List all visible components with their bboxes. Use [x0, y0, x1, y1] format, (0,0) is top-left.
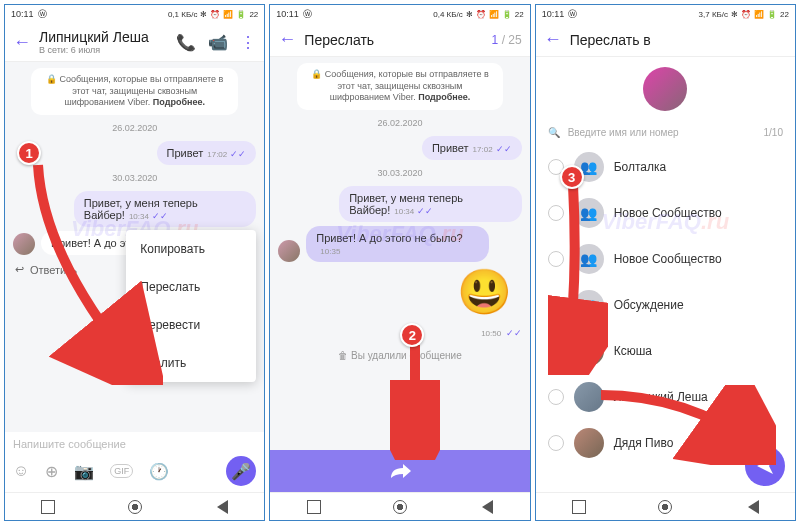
selection-counter: 1/10 [764, 127, 783, 138]
group-icon: 👥 [574, 244, 604, 274]
menu-copy[interactable]: Копировать [126, 230, 256, 268]
reply-icon: ↩ [15, 263, 24, 276]
status-bar: 10:11ⓦ 3,7 КБ/с✻⏰📶🔋22 [536, 5, 795, 23]
status-bar: 10:11ⓦ 0,4 КБ/с✻⏰📶🔋22 [270, 5, 529, 23]
chat-body: ViberFAQ.ru 🔒 Сообщения, которые вы отпр… [270, 57, 529, 450]
plus-icon[interactable]: ⊕ [45, 462, 58, 481]
gif-icon[interactable]: GIF [110, 464, 133, 478]
date-sep: 30.03.2020 [13, 173, 256, 183]
last-seen: В сети: 6 июля [39, 45, 168, 55]
nav-home[interactable] [658, 500, 672, 514]
avatar [574, 428, 604, 458]
nav-home[interactable] [393, 500, 407, 514]
back-icon[interactable]: ← [278, 29, 296, 50]
video-icon[interactable]: 📹 [208, 33, 228, 52]
contact-name[interactable]: Липницкий Леша [39, 29, 168, 45]
forward-header: ← Переслать 1 / 25 [270, 23, 529, 57]
deleted-notice: 🗑 Вы удалили сообщение [278, 344, 521, 367]
status-bar: 10:11ⓦ 0,1 КБ/с✻⏰📶🔋22 [5, 5, 264, 23]
date-sep: 26.02.2020 [13, 123, 256, 133]
message-selected[interactable]: Привет! А до этого не было?10:35 [278, 226, 521, 262]
back-icon[interactable]: ← [544, 29, 562, 50]
camera-icon[interactable]: 📷 [74, 462, 94, 481]
date-sep: 26.02.2020 [278, 118, 521, 128]
send-button[interactable] [745, 446, 785, 486]
e2e-notice[interactable]: 🔒 Сообщения, которые вы отправляете в эт… [31, 68, 238, 115]
selection-count: 1 / 25 [492, 33, 522, 47]
input-bar: Напишите сообщение [5, 432, 264, 456]
message-out[interactable]: Привет, у меня теперь Вайбер!10:34 ✓✓ [13, 191, 256, 227]
nav-bar [536, 492, 795, 520]
nav-back[interactable] [745, 500, 759, 514]
chat-header: ← Липницкий Леша В сети: 6 июля 📞 📹 ⋮ [5, 23, 264, 62]
forward-icon [389, 462, 411, 480]
contacts-body: ViberFAQ.ru 🔍 Введите имя или номер 1/10… [536, 57, 795, 492]
radio[interactable] [548, 435, 564, 451]
call-icon[interactable]: 📞 [176, 33, 196, 52]
header-title: Переслать [304, 32, 483, 48]
group-icon: 👥 [574, 198, 604, 228]
nav-bar [270, 492, 529, 520]
back-icon[interactable]: ← [13, 32, 31, 53]
avatar [574, 336, 604, 366]
contact-item[interactable]: 👥Новое Сообщество [536, 236, 795, 282]
group-icon: 👥 [574, 290, 604, 320]
avatar [278, 240, 300, 262]
date-sep: 30.03.2020 [278, 168, 521, 178]
send-icon [755, 456, 775, 476]
menu-delete[interactable]: Удалить [126, 344, 256, 382]
search-row[interactable]: 🔍 Введите имя или номер 1/10 [536, 121, 795, 144]
step-badge-1: 1 [17, 141, 41, 165]
message-out[interactable]: Привет17:02 ✓✓ [278, 136, 521, 160]
search-icon: 🔍 [548, 127, 560, 138]
nav-back[interactable] [479, 500, 493, 514]
step-badge-3: 3 [560, 165, 584, 189]
selected-avatar[interactable] [643, 67, 687, 111]
header-title: Переслать в [570, 32, 787, 48]
contact-item-selected[interactable]: ✓Ксюша [536, 328, 795, 374]
radio[interactable] [548, 297, 564, 313]
mic-button[interactable]: 🎤 [226, 456, 256, 486]
message-out[interactable]: Привет, у меня теперь Вайбер!10:34 ✓✓ [278, 186, 521, 222]
contact-item[interactable]: Липницкий Леша [536, 374, 795, 420]
avatar[interactable] [13, 233, 35, 255]
screen-forward-select: 10:11ⓦ 0,4 КБ/с✻⏰📶🔋22 ← Переслать 1 / 25… [269, 4, 530, 521]
context-menu: Копировать Переслать Перевести Удалить [126, 230, 256, 382]
nav-recent[interactable] [572, 500, 586, 514]
more-icon[interactable]: ⋮ [240, 33, 256, 52]
screen-forward-to: 10:11ⓦ 3,7 КБ/с✻⏰📶🔋22 ← Переслать в Vibe… [535, 4, 796, 521]
chat-body: ViberFAQ.ru 🔒 Сообщения, которые вы отпр… [5, 62, 264, 432]
nav-recent[interactable] [307, 500, 321, 514]
clock: 10:11 [11, 9, 34, 19]
nav-recent[interactable] [41, 500, 55, 514]
forward-to-header: ← Переслать в [536, 23, 795, 57]
avatar [574, 382, 604, 412]
screen-chat: 10:11ⓦ 0,1 КБ/с✻⏰📶🔋22 ← Липницкий Леша В… [4, 4, 265, 521]
message-input[interactable]: Напишите сообщение [13, 438, 256, 450]
clock-icon[interactable]: 🕐 [149, 462, 169, 481]
message-out[interactable]: Привет17:02 ✓✓ [13, 141, 256, 165]
radio-checked[interactable]: ✓ [548, 343, 564, 359]
nav-bar [5, 492, 264, 520]
nav-home[interactable] [128, 500, 142, 514]
radio[interactable] [548, 251, 564, 267]
radio[interactable] [548, 205, 564, 221]
menu-forward[interactable]: Переслать [126, 268, 256, 306]
search-input[interactable]: Введите имя или номер [568, 127, 679, 138]
contact-item[interactable]: 👥Новое Сообщество [536, 190, 795, 236]
radio[interactable] [548, 389, 564, 405]
e2e-notice: 🔒 Сообщения, которые вы отправляете в эт… [297, 63, 504, 110]
nav-back[interactable] [214, 500, 228, 514]
sticker-icon[interactable]: ☺ [13, 462, 29, 480]
forward-button[interactable] [270, 450, 529, 492]
menu-translate[interactable]: Перевести [126, 306, 256, 344]
contact-item[interactable]: 👥Обсуждение [536, 282, 795, 328]
emoji-message[interactable]: 😃 [457, 266, 512, 318]
